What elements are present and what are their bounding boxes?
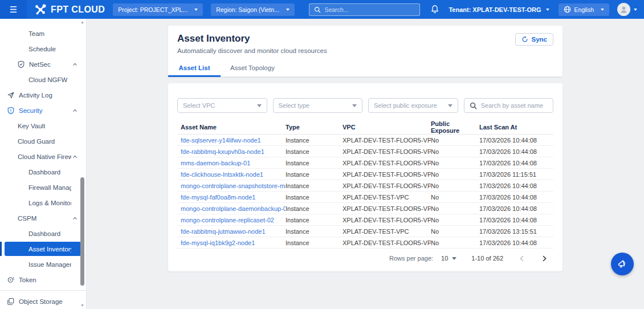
notification-bell-button[interactable] (430, 5, 439, 14)
asset-exposure-cell: No (431, 217, 479, 223)
chevron-down-icon (194, 9, 198, 11)
sidebar-item-logs-monitoring[interactable]: Logs & Monitoring (0, 195, 86, 210)
asset-vpc-cell: XPLAT-DEV-TEST-FLOOR5-VPC (343, 239, 431, 246)
sidebar-item-label: Dashboard (28, 230, 60, 237)
sidebar-item-label: Cloud NGFW (28, 76, 67, 83)
chevron-down-icon (448, 104, 453, 107)
globe-icon (564, 6, 571, 13)
global-search-input[interactable] (324, 6, 415, 13)
asset-name-link[interactable]: mongo-controlplane-replicaset-02 (181, 217, 274, 223)
sidebar-item-cloud-native-firewall[interactable]: Cloud Native Firewall (0, 149, 86, 164)
sidebar-item-team[interactable]: Team (0, 26, 86, 41)
project-dropdown[interactable]: Project: PROJECT_XPL... (113, 3, 203, 16)
sync-button-label: Sync (532, 36, 548, 43)
chevron-down-icon (601, 9, 604, 11)
asset-name-link[interactable]: mongo-controlplane-daemonbackup-01 (181, 205, 286, 212)
vpc-filter-select[interactable]: Select VPC (177, 98, 267, 113)
asset-exposure-cell: No (431, 239, 479, 246)
search-icon (470, 102, 477, 109)
sidebar-item-dashboard[interactable]: Dashboard (0, 226, 86, 241)
sidebar-item-firewall-management[interactable]: Firewall Management (0, 180, 86, 195)
asset-vpc-cell: XPLAT-DEV-TEST-FLOOR5-VPC (343, 182, 431, 189)
sidebar-item-cloud-guard[interactable]: Cloud Guard (0, 133, 86, 149)
asset-last-scan-cell: 17/03/2026 10:44:08 (479, 217, 553, 223)
region-dropdown[interactable]: Region: Saigon (Vietn... (211, 3, 295, 16)
asset-name-link[interactable]: mongo-controlplane-snapshotstore-metadat… (181, 182, 286, 189)
asset-name-link[interactable]: fde-rabbitmq-jutmawwo-node1 (181, 228, 266, 235)
sidebar-item-label: Activity Log (19, 92, 52, 99)
sidebar-item-label: Key Vault (18, 123, 45, 129)
asset-last-scan-cell: 17/03/2026 11:15:51 (479, 171, 553, 178)
sidebar-divider (0, 290, 86, 291)
sidebar-item-label: Firewall Management (28, 184, 71, 191)
sidebar-item-security[interactable]: Security (0, 103, 86, 118)
asset-name-search-input[interactable] (481, 102, 548, 109)
asset-name-search[interactable] (464, 98, 554, 113)
sidebar-item-cspm[interactable]: CSPM (0, 210, 86, 226)
type-filter-select[interactable]: Select type (273, 98, 363, 113)
sync-button[interactable]: Sync (515, 33, 554, 46)
scrollbar-track[interactable] (79, 25, 85, 303)
tab-asset-list[interactable]: Asset List (168, 59, 221, 76)
rows-per-page-value: 10 (441, 255, 448, 262)
chevron-up-icon (72, 62, 78, 67)
sidebar-item-label: Cloud Guard (18, 138, 55, 145)
previous-page-button[interactable] (516, 253, 527, 264)
main-area: Asset Inventory Automatically discover a… (87, 19, 644, 309)
asset-type-cell: Instance (286, 239, 343, 246)
sidebar-item-label: CSPM (18, 215, 36, 222)
next-page-button[interactable] (539, 253, 550, 264)
asset-name-link[interactable]: fde-rabbitmq-kxupvh0a-node1 (181, 148, 264, 155)
scrollbar-thumb[interactable] (80, 177, 84, 286)
asset-name-link[interactable]: fde-mysql-iq1bk9g2-node1 (181, 239, 255, 246)
sidebar-item-cloud-ngfw[interactable]: Cloud NGFW (0, 72, 86, 87)
sidebar-item-label: Logs & Monitoring (28, 200, 71, 206)
asset-exposure-cell: No (431, 205, 479, 212)
exposure-filter-select[interactable]: Select public exposure (368, 98, 458, 113)
column-header-type: Type (286, 124, 343, 131)
asset-name-link[interactable]: fde-sqlserver-y14lifwv-node1 (181, 137, 261, 144)
security-shield-icon (7, 107, 15, 115)
sidebar-item-issue-management[interactable]: Issue Management (0, 257, 86, 272)
asset-type-cell: Instance (286, 194, 343, 201)
exposure-filter-placeholder: Select public exposure (374, 102, 444, 109)
table-row: mongo-controlplane-replicaset-02Instance… (177, 214, 553, 226)
active-item-indicator (0, 242, 2, 256)
sidebar-item-key-vault[interactable]: Key Vault (0, 118, 86, 133)
asset-name-link[interactable]: mms-daemon-backup-01 (181, 160, 250, 166)
asset-name-link[interactable]: fde-mysql-faf0oa8m-node1 (181, 194, 255, 201)
vpc-filter-placeholder: Select VPC (183, 102, 253, 109)
tenant-dropdown[interactable]: Tenant: XPLAT-DEV-TEST-ORG (449, 6, 549, 13)
sidebar-scrollbar[interactable]: ▲ ▼ (79, 20, 85, 308)
sidebar-item-schedule[interactable]: Schedule (0, 41, 86, 56)
avatar (617, 3, 630, 16)
sidebar-item-netsec[interactable]: NetSec (0, 56, 86, 72)
chevron-down-icon (546, 9, 549, 11)
pagination-bar: Rows per page: 10 1-10 of 262 (177, 249, 553, 268)
sidebar-item-activity-log[interactable]: Activity Log (0, 87, 86, 103)
hamburger-menu-button[interactable]: ☰ (0, 0, 27, 19)
sidebar-item-object-storage[interactable]: Object Storage (0, 294, 86, 309)
sidebar-item-token[interactable]: Token (0, 272, 86, 287)
asset-type-cell: Instance (286, 171, 343, 178)
sidebar-item-label: Issue Management (28, 261, 71, 268)
sidebar-item-dashboard[interactable]: Dashboard (0, 164, 86, 180)
page-title: Asset Inventory (177, 33, 327, 44)
user-menu[interactable] (617, 3, 637, 16)
tab-asset-topology[interactable]: Asset Topology (221, 59, 284, 76)
global-search[interactable] (309, 3, 420, 16)
asset-last-scan-cell: 17/03/2026 10:44:08 (479, 137, 553, 144)
sidebar-item-label: NetSec (29, 61, 51, 68)
asset-last-scan-cell: 17/03/2026 10:44:08 (479, 160, 553, 166)
sidebar-item-asset-inventory[interactable]: Asset Inventory (0, 241, 86, 257)
table-row: fde-rabbitmq-jutmawwo-node1InstanceXPLAT… (177, 226, 553, 237)
announcements-fab[interactable] (611, 253, 634, 275)
fpt-spark-icon (34, 3, 47, 16)
scroll-up-icon[interactable]: ▲ (80, 20, 84, 25)
rows-per-page-select[interactable]: 10 (441, 255, 456, 262)
asset-name-link[interactable]: fde-clickhouse-lntsxktk-node1 (181, 171, 263, 178)
language-dropdown[interactable]: English (559, 3, 609, 16)
table-row: mms-daemon-backup-01InstanceXPLAT-DEV-TE… (177, 157, 553, 169)
fpt-cloud-logo[interactable]: FPT CLOUD (34, 3, 105, 16)
scroll-down-icon[interactable]: ▼ (80, 303, 84, 308)
